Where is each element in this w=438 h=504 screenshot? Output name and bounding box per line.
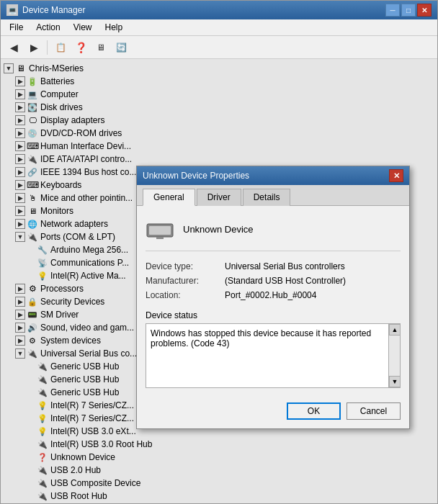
- dialog-body: Unknown Device Device type: Universal Se…: [137, 206, 409, 397]
- location-value: Port_#0002.Hub_#0004: [225, 290, 316, 300]
- device-manager-window: 💻 Device Manager ─ □ ✕ File Action View …: [0, 0, 438, 504]
- menu-bar: File Action View Help: [1, 19, 437, 36]
- dialog-close-button[interactable]: ✕: [389, 169, 403, 182]
- device-manager-content: ▼ Chris-MSeries ▶ Batteries ▶ Computer: [1, 59, 437, 503]
- title-bar: 💻 Device Manager ─ □ ✕: [1, 1, 437, 19]
- device-header: Unknown Device: [146, 215, 401, 251]
- menu-help[interactable]: Help: [99, 21, 129, 34]
- minimize-button[interactable]: ─: [385, 4, 400, 17]
- toolbar: ◀ ▶ 📋 ❓ 🖥 🔄: [1, 36, 437, 59]
- device-status-box: Windows has stopped this device because …: [146, 323, 401, 388]
- menu-view[interactable]: View: [68, 21, 98, 34]
- dialog-title: Unknown Device Properties: [143, 171, 249, 181]
- back-button[interactable]: ◀: [5, 39, 22, 56]
- dialog-tabs: General Driver Details: [137, 185, 409, 206]
- device-big-icon: [146, 215, 174, 243]
- svg-rect-1: [149, 226, 171, 235]
- forward-button[interactable]: ▶: [25, 39, 43, 56]
- menu-action[interactable]: Action: [30, 21, 66, 34]
- device-type-value: Universal Serial Bus controllers: [225, 261, 345, 271]
- device-status-label: Device status: [146, 310, 401, 320]
- dialog-overlay: Unknown Device Properties ✕ General Driv…: [1, 59, 437, 503]
- prop-location: Location: Port_#0002.Hub_#0004: [146, 290, 401, 300]
- device-status-section: Device status Windows has stopped this d…: [146, 310, 401, 388]
- tab-driver[interactable]: Driver: [197, 189, 241, 206]
- location-label: Location:: [146, 290, 225, 300]
- ok-button[interactable]: OK: [287, 402, 341, 420]
- scrollbar-vertical[interactable]: ▲ ▼: [388, 324, 400, 387]
- scroll-track: [389, 336, 400, 376]
- menu-file[interactable]: File: [4, 21, 29, 34]
- refresh-button[interactable]: 🔄: [112, 39, 130, 56]
- manufacturer-label: Manufacturer:: [146, 276, 225, 286]
- prop-device-type: Device type: Universal Serial Bus contro…: [146, 261, 401, 271]
- title-bar-buttons: ─ □ ✕: [385, 4, 432, 17]
- title-bar-left: 💻 Device Manager: [6, 4, 85, 16]
- window-icon: 💻: [6, 4, 18, 16]
- manufacturer-value: (Standard USB Host Controller): [225, 276, 346, 286]
- toolbar-separator-1: [47, 40, 48, 55]
- properties-button[interactable]: 📋: [52, 39, 69, 56]
- computer-button[interactable]: 🖥: [92, 39, 110, 56]
- maximize-button[interactable]: □: [401, 4, 416, 17]
- device-name: Unknown Device: [183, 224, 254, 235]
- cancel-button[interactable]: Cancel: [347, 402, 401, 420]
- device-status-text: Windows has stopped this device because …: [151, 328, 395, 348]
- tab-general[interactable]: General: [143, 189, 195, 206]
- scroll-up-arrow[interactable]: ▲: [389, 324, 401, 336]
- device-type-label: Device type:: [146, 261, 225, 271]
- tab-details[interactable]: Details: [243, 189, 291, 206]
- prop-manufacturer: Manufacturer: (Standard USB Host Control…: [146, 276, 401, 286]
- unknown-device-dialog: Unknown Device Properties ✕ General Driv…: [136, 166, 410, 429]
- help-button[interactable]: ❓: [72, 39, 89, 56]
- dialog-footer: OK Cancel: [137, 397, 409, 428]
- device-properties: Device type: Universal Serial Bus contro…: [146, 261, 401, 300]
- close-button[interactable]: ✕: [417, 4, 432, 17]
- scroll-down-arrow[interactable]: ▼: [389, 376, 401, 387]
- dialog-title-bar: Unknown Device Properties ✕: [137, 166, 409, 185]
- svg-rect-2: [156, 237, 164, 239]
- window-title: Device Manager: [22, 5, 85, 15]
